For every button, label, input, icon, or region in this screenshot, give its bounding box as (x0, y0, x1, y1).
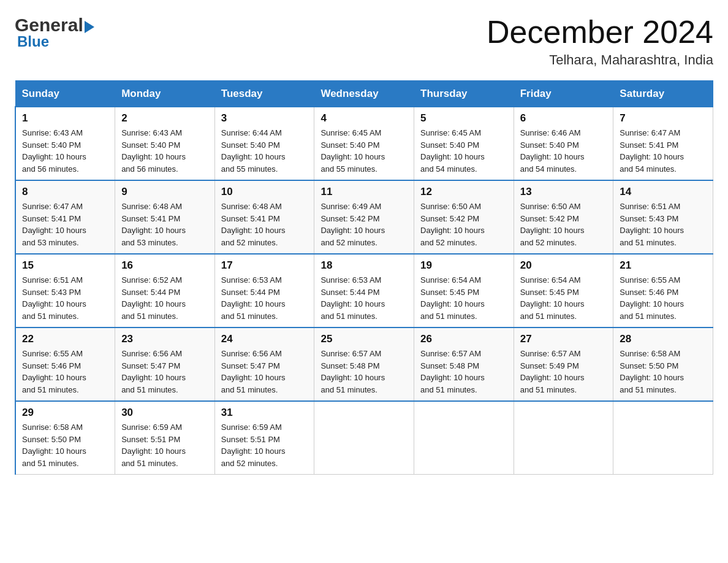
day-info: Sunrise: 6:53 AM Sunset: 5:44 PM Dayligh… (320, 274, 408, 322)
day-info: Sunrise: 6:55 AM Sunset: 5:46 PM Dayligh… (22, 348, 108, 396)
calendar-cell: 28Sunrise: 6:58 AM Sunset: 5:50 PM Dayli… (613, 327, 713, 401)
day-number: 12 (420, 186, 507, 198)
logo-blue: Blue (17, 33, 49, 50)
day-number: 24 (221, 333, 308, 345)
day-info: Sunrise: 6:51 AM Sunset: 5:43 PM Dayligh… (620, 201, 707, 248)
day-number: 30 (121, 407, 208, 419)
calendar-cell: 8Sunrise: 6:47 AM Sunset: 5:41 PM Daylig… (15, 180, 115, 254)
day-number: 25 (320, 333, 408, 345)
calendar-week-2: 8Sunrise: 6:47 AM Sunset: 5:41 PM Daylig… (15, 180, 713, 254)
day-info: Sunrise: 6:43 AM Sunset: 5:40 PM Dayligh… (121, 127, 208, 175)
day-info: Sunrise: 6:58 AM Sunset: 5:50 PM Dayligh… (22, 421, 108, 469)
day-info: Sunrise: 6:57 AM Sunset: 5:48 PM Dayligh… (420, 348, 507, 396)
day-number: 17 (221, 259, 308, 272)
day-number: 22 (22, 333, 108, 345)
calendar-table: SundayMondayTuesdayWednesdayThursdayFrid… (15, 80, 713, 475)
day-number: 6 (520, 112, 607, 124)
day-info: Sunrise: 6:53 AM Sunset: 5:44 PM Dayligh… (221, 274, 308, 322)
weekday-header-thursday: Thursday (414, 81, 514, 107)
weekday-header-sunday: Sunday (15, 81, 115, 107)
calendar-cell: 2Sunrise: 6:43 AM Sunset: 5:40 PM Daylig… (115, 107, 215, 180)
calendar-cell: 13Sunrise: 6:50 AM Sunset: 5:42 PM Dayli… (514, 180, 613, 254)
weekday-header-wednesday: Wednesday (314, 81, 414, 107)
day-info: Sunrise: 6:43 AM Sunset: 5:40 PM Dayligh… (22, 127, 108, 175)
day-info: Sunrise: 6:48 AM Sunset: 5:41 PM Dayligh… (121, 201, 208, 248)
day-info: Sunrise: 6:45 AM Sunset: 5:40 PM Dayligh… (320, 127, 408, 175)
day-info: Sunrise: 6:49 AM Sunset: 5:42 PM Dayligh… (320, 201, 408, 248)
weekday-header-row: SundayMondayTuesdayWednesdayThursdayFrid… (15, 81, 713, 107)
day-info: Sunrise: 6:56 AM Sunset: 5:47 PM Dayligh… (221, 348, 308, 396)
weekday-header-tuesday: Tuesday (214, 81, 314, 107)
calendar-cell: 3Sunrise: 6:44 AM Sunset: 5:40 PM Daylig… (214, 107, 314, 180)
day-info: Sunrise: 6:47 AM Sunset: 5:41 PM Dayligh… (620, 127, 707, 175)
day-info: Sunrise: 6:45 AM Sunset: 5:40 PM Dayligh… (420, 127, 507, 175)
weekday-header-saturday: Saturday (613, 81, 713, 107)
day-number: 26 (420, 333, 507, 345)
day-info: Sunrise: 6:59 AM Sunset: 5:51 PM Dayligh… (221, 421, 308, 469)
day-number: 15 (22, 259, 108, 272)
calendar-cell: 25Sunrise: 6:57 AM Sunset: 5:48 PM Dayli… (314, 327, 414, 401)
calendar-week-5: 29Sunrise: 6:58 AM Sunset: 5:50 PM Dayli… (15, 401, 713, 475)
day-info: Sunrise: 6:57 AM Sunset: 5:49 PM Dayligh… (520, 348, 607, 396)
calendar-cell: 16Sunrise: 6:52 AM Sunset: 5:44 PM Dayli… (115, 254, 215, 327)
day-number: 13 (520, 186, 607, 198)
day-number: 3 (221, 112, 308, 124)
calendar-cell: 23Sunrise: 6:56 AM Sunset: 5:47 PM Dayli… (115, 327, 215, 401)
day-info: Sunrise: 6:54 AM Sunset: 5:45 PM Dayligh… (420, 274, 507, 322)
calendar-cell: 15Sunrise: 6:51 AM Sunset: 5:43 PM Dayli… (15, 254, 115, 327)
month-title: December 2024 (487, 15, 713, 50)
day-info: Sunrise: 6:59 AM Sunset: 5:51 PM Dayligh… (121, 421, 208, 469)
calendar-cell: 1Sunrise: 6:43 AM Sunset: 5:40 PM Daylig… (15, 107, 115, 180)
day-info: Sunrise: 6:46 AM Sunset: 5:40 PM Dayligh… (520, 127, 607, 175)
day-number: 8 (22, 186, 108, 198)
day-number: 11 (320, 186, 408, 198)
calendar-cell (613, 401, 713, 475)
logo: General Blue (15, 15, 94, 50)
day-number: 2 (121, 112, 208, 124)
day-info: Sunrise: 6:56 AM Sunset: 5:47 PM Dayligh… (121, 348, 208, 396)
calendar-cell: 6Sunrise: 6:46 AM Sunset: 5:40 PM Daylig… (514, 107, 613, 180)
day-info: Sunrise: 6:54 AM Sunset: 5:45 PM Dayligh… (520, 274, 607, 322)
page-header: General Blue December 2024 Telhara, Maha… (15, 15, 713, 68)
day-info: Sunrise: 6:50 AM Sunset: 5:42 PM Dayligh… (420, 201, 507, 248)
calendar-cell: 30Sunrise: 6:59 AM Sunset: 5:51 PM Dayli… (115, 401, 215, 475)
day-info: Sunrise: 6:58 AM Sunset: 5:50 PM Dayligh… (620, 348, 707, 396)
day-info: Sunrise: 6:47 AM Sunset: 5:41 PM Dayligh… (22, 201, 108, 248)
day-info: Sunrise: 6:50 AM Sunset: 5:42 PM Dayligh… (520, 201, 607, 248)
day-number: 10 (221, 186, 308, 198)
day-info: Sunrise: 6:48 AM Sunset: 5:41 PM Dayligh… (221, 201, 308, 248)
day-number: 19 (420, 259, 507, 272)
day-info: Sunrise: 6:57 AM Sunset: 5:48 PM Dayligh… (320, 348, 408, 396)
day-number: 5 (420, 112, 507, 124)
day-number: 4 (320, 112, 408, 124)
day-number: 18 (320, 259, 408, 272)
location: Telhara, Maharashtra, India (487, 52, 713, 68)
calendar-week-1: 1Sunrise: 6:43 AM Sunset: 5:40 PM Daylig… (15, 107, 713, 180)
calendar-cell: 4Sunrise: 6:45 AM Sunset: 5:40 PM Daylig… (314, 107, 414, 180)
day-number: 27 (520, 333, 607, 345)
day-number: 20 (520, 259, 607, 272)
day-number: 14 (620, 186, 707, 198)
calendar-cell: 26Sunrise: 6:57 AM Sunset: 5:48 PM Dayli… (414, 327, 514, 401)
calendar-cell: 14Sunrise: 6:51 AM Sunset: 5:43 PM Dayli… (613, 180, 713, 254)
weekday-header-monday: Monday (115, 81, 215, 107)
logo-arrow-icon (85, 21, 94, 33)
calendar-cell: 21Sunrise: 6:55 AM Sunset: 5:46 PM Dayli… (613, 254, 713, 327)
day-number: 16 (121, 259, 208, 272)
calendar-week-4: 22Sunrise: 6:55 AM Sunset: 5:46 PM Dayli… (15, 327, 713, 401)
calendar-cell (514, 401, 613, 475)
title-block: December 2024 Telhara, Maharashtra, Indi… (487, 15, 713, 68)
calendar-cell: 31Sunrise: 6:59 AM Sunset: 5:51 PM Dayli… (214, 401, 314, 475)
day-info: Sunrise: 6:44 AM Sunset: 5:40 PM Dayligh… (221, 127, 308, 175)
day-number: 9 (121, 186, 208, 198)
calendar-cell: 17Sunrise: 6:53 AM Sunset: 5:44 PM Dayli… (214, 254, 314, 327)
logo-general: General (15, 15, 83, 36)
calendar-cell: 5Sunrise: 6:45 AM Sunset: 5:40 PM Daylig… (414, 107, 514, 180)
day-number: 29 (22, 407, 108, 419)
calendar-cell: 11Sunrise: 6:49 AM Sunset: 5:42 PM Dayli… (314, 180, 414, 254)
calendar-cell: 24Sunrise: 6:56 AM Sunset: 5:47 PM Dayli… (214, 327, 314, 401)
day-number: 31 (221, 407, 308, 419)
calendar-cell (314, 401, 414, 475)
weekday-header-friday: Friday (514, 81, 613, 107)
day-number: 28 (620, 333, 707, 345)
